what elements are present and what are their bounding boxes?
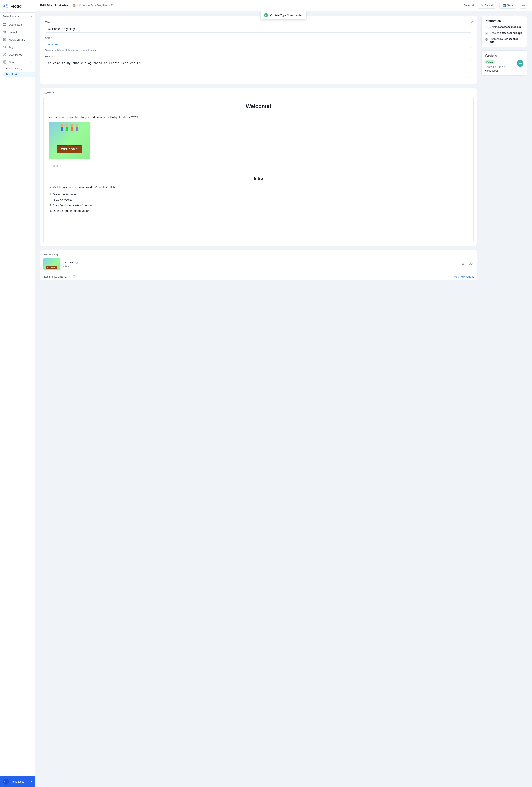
user-name: Flotiq Docs (11, 780, 29, 783)
version-details: Public 27/02/2025, 13:10 Flotiq Docs (485, 60, 515, 72)
title-field-group: Title * (45, 21, 472, 33)
excerpt-textarea[interactable]: Welcome to my humble blog based on Floti… (45, 59, 472, 78)
sidebar-item-tags[interactable]: Tags (0, 43, 35, 51)
avatar: FD (3, 779, 9, 785)
saved-dot-icon (472, 4, 474, 6)
sidebar-item-favorite[interactable]: Favorite (0, 28, 35, 36)
breadcrumb-home-icon[interactable]: 🏠 (73, 4, 76, 7)
existing-variants-label: Existing variants (0) (43, 275, 67, 278)
slug-input[interactable] (45, 41, 472, 48)
dashboard-icon (3, 23, 7, 26)
image-row: WELCOME welcome.jpg Media 🗑 🔗 (40, 258, 477, 273)
workspace-label: Default space (3, 15, 20, 18)
updated-row: Updated a few seconds ago (485, 31, 524, 35)
sidebar-logo: Flotiq (0, 0, 35, 13)
figure-4 (75, 124, 79, 132)
delete-image-button[interactable]: 🗑 (460, 261, 466, 267)
toast-progress-bar (261, 19, 293, 19)
sidebar: Flotiq Default space ▾ Dashboard Favorit… (0, 0, 35, 787)
topbar: Edit Blog Post obje 🏠 › Objects of Type … (35, 0, 532, 11)
main-area: Edit Blog Post obje 🏠 › Objects of Type … (35, 0, 532, 787)
user-chevron-icon: ▾ (31, 781, 32, 783)
media-library-icon (3, 38, 7, 41)
slug-label: Slug * (45, 36, 472, 39)
sidebar-item-user-roles[interactable]: User Roles (0, 51, 35, 58)
content-chevron-icon: ▾ (31, 61, 32, 63)
more-button[interactable]: ••• (519, 2, 527, 8)
svg-rect-3 (3, 23, 5, 24)
svg-rect-4 (5, 23, 6, 24)
image-type: Media (63, 264, 458, 267)
image-actions: 🗑 🔗 (460, 261, 474, 267)
slug-required: * (51, 36, 52, 39)
cancel-x-icon: ✕ (481, 4, 483, 7)
versions-title: Versions (485, 54, 524, 57)
header-image-label: Header image (40, 250, 477, 258)
image-info: welcome.jpg Media (63, 261, 458, 267)
rich-text-editor[interactable]: Welcome! Welcome to my humble blog, base… (43, 97, 474, 242)
copy-link-button[interactable]: 🔗 (468, 261, 474, 267)
versions-card: Versions Public 27/02/2025, 13:10 Flotiq… (481, 50, 527, 76)
figure-2 (65, 124, 69, 132)
public-badge: Public (485, 60, 495, 64)
excerpt-required: * (55, 55, 56, 58)
breadcrumb-objects-link[interactable]: Objects of Type Blog Post (79, 4, 108, 7)
welcome-image: WELCOME (49, 122, 90, 159)
export-icon[interactable]: ↗ (470, 19, 474, 24)
sidebar-nav: Dashboard Favorite Media Library Tags (0, 20, 35, 776)
save-button[interactable]: 💾 Save (499, 2, 516, 8)
saved-label: Saved (463, 4, 471, 7)
breadcrumb-separator2: › (109, 4, 110, 7)
content-required: * (53, 91, 54, 94)
tags-icon (3, 45, 7, 49)
dashboard-label: Dashboard (9, 23, 32, 26)
workspace-selector[interactable]: Default space ▾ (0, 13, 35, 20)
favorite-label: Favorite (9, 30, 32, 34)
sign-stick-left (67, 145, 69, 151)
figure-3 (70, 124, 74, 132)
add-variant-button[interactable]: Add new variant (454, 275, 474, 278)
workspace-chevron-icon: ▾ (31, 15, 32, 18)
image-filename: welcome.jpg (63, 261, 458, 264)
content-label: Content (9, 61, 29, 64)
submenu-blog-category[interactable]: Blog Category (3, 66, 35, 71)
clock-icon (485, 32, 488, 35)
excerpt-field-group: Excerpt * Welcome to my humble blog base… (45, 55, 472, 79)
toast-message: Content Type Object added (270, 14, 303, 17)
version-avatar: FD (517, 60, 524, 67)
information-title: Information (485, 19, 524, 23)
image-thumbnail: WELCOME (43, 258, 60, 270)
editor-intro: Welcome to my humble blog, based entirel… (49, 115, 468, 120)
cancel-button[interactable]: ✕ Cancel (478, 2, 496, 8)
title-required: * (50, 21, 51, 24)
sidebar-item-media-library[interactable]: Media Library (0, 36, 35, 43)
created-row: Created a few seconds ago (485, 26, 524, 29)
editor-heading: Welcome! (49, 102, 468, 111)
toast-check-icon: ✓ (264, 13, 268, 17)
svg-point-10 (4, 54, 5, 55)
title-input[interactable] (45, 25, 472, 33)
more-dots-icon: ••• (522, 4, 525, 7)
content-editor-card: Content * Welcome! Welcome to my humble … (40, 88, 477, 246)
sidebar-item-content[interactable]: Content ▾ (0, 58, 35, 66)
variants-chevron-icon: ▲ (69, 275, 71, 278)
information-card: Information Created a few seconds ago (481, 16, 527, 47)
header-image-card: Header image WELCOME welcome.jpg Media (40, 250, 477, 280)
content-placeholder-input[interactable]: Content (49, 162, 121, 170)
created-text: Created a few seconds ago (490, 26, 524, 28)
variants-info: Existing variants (0) ▲ 🕐 (43, 275, 76, 278)
list-item: Click on media (53, 198, 468, 202)
sidebar-footer: FD Flotiq Docs ▾ (0, 776, 35, 787)
list-item: Click "Add new variant" button (53, 203, 468, 208)
user-roles-icon (3, 52, 7, 56)
submenu-blog-post[interactable]: Blog Post (3, 71, 35, 77)
editor-steps-list: Go to media page Click on media Click "A… (53, 192, 468, 213)
created-time: a few seconds ago (499, 26, 522, 28)
published-text: Published a few seconds ago (490, 38, 524, 43)
toast-notification: ✓ Content Type Object added (260, 11, 306, 20)
svg-point-0 (3, 5, 5, 7)
sidebar-user[interactable]: FD Flotiq Docs ▾ (0, 776, 35, 787)
updated-time: a few seconds ago (500, 31, 522, 35)
sidebar-item-dashboard[interactable]: Dashboard (0, 21, 35, 28)
media-library-label: Media Library (9, 38, 32, 41)
